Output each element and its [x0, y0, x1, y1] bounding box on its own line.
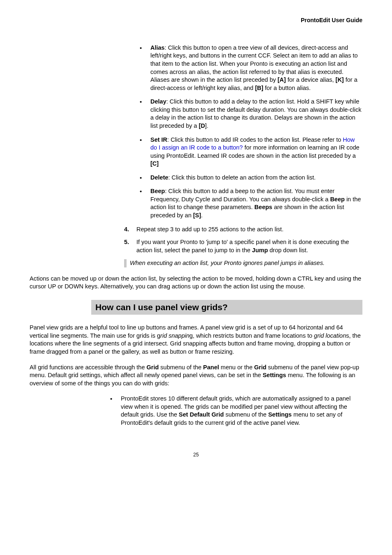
numbered-steps: 4.Repeat step 3 to add up to 255 actions…	[124, 226, 362, 255]
bullet-delete: Delete: Click this button to delete an a…	[136, 174, 362, 182]
page-header: ProntoEdit User Guide	[30, 16, 362, 24]
step-4-text: Repeat step 3 to add up to 255 actions t…	[136, 226, 284, 233]
para-move-actions: Actions can be moved up or down the acti…	[30, 275, 362, 291]
section-heading-bar: How can I use panel view grids?	[91, 300, 362, 315]
step-4: 4.Repeat step 3 to add up to 255 actions…	[124, 226, 362, 234]
page-number: 25	[30, 451, 362, 458]
note-bar-decor	[124, 259, 127, 267]
grid-para-1: Panel view grids are a helpful tool to l…	[30, 324, 362, 356]
grid-para-2: All grid functions are accessible throug…	[30, 364, 362, 388]
grid-bullets: ProntoEdit stores 10 different default g…	[107, 395, 362, 427]
note-block: When executing an action list, your Pron…	[124, 259, 362, 267]
bullet-alias: Alias: Click this button to open a tree …	[136, 44, 362, 92]
action-buttons-description: Alias: Click this button to open a tree …	[136, 44, 362, 220]
bullet-delay: Delay: Click this button to add a delay …	[136, 98, 362, 130]
step-5-text: If you want your Pronto to 'jump to' a s…	[136, 239, 349, 253]
bullet-beep: Beep: Click this button to add a beep to…	[136, 187, 362, 219]
bullet-setir: Set IR: Click this button to add IR code…	[136, 136, 362, 168]
section-heading: How can I use panel view grids?	[95, 302, 358, 313]
note-text: When executing an action list, your Pron…	[130, 259, 325, 267]
step-5: 5.If you want your Pronto to 'jump to' a…	[124, 238, 362, 254]
grid-bullet-1: ProntoEdit stores 10 different default g…	[107, 395, 362, 427]
